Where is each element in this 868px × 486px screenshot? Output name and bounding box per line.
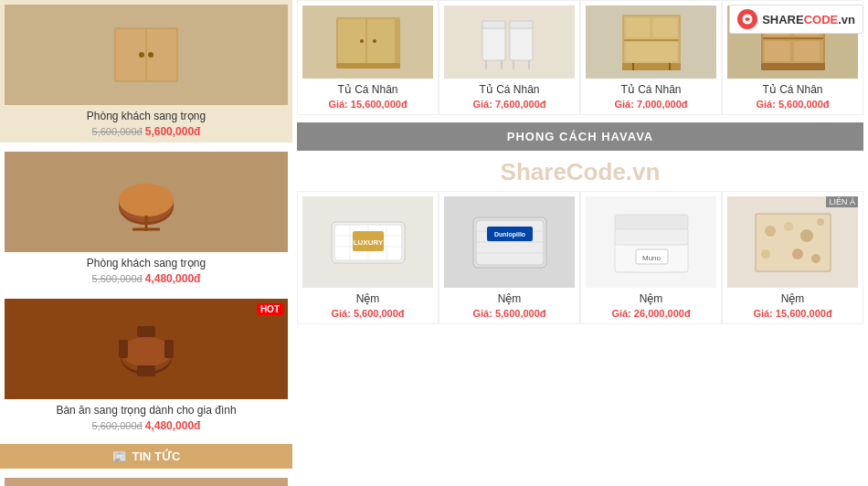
- nem-3-name: Nệm: [586, 292, 716, 305]
- svg-point-29: [373, 39, 376, 43]
- sidebar-product-1-image: [5, 5, 288, 105]
- tu-co-nhan-3-name: Tủ Cá Nhân: [586, 83, 716, 96]
- svg-point-8: [119, 184, 174, 217]
- svg-point-5: [148, 52, 153, 58]
- svg-point-4: [139, 52, 144, 58]
- nem-2[interactable]: Dunlopillo Nệm Giá: 5,600,000đ: [439, 191, 580, 324]
- nem-1-price: Giá: 5,600,000đ: [302, 308, 433, 319]
- nem-4-name: Nệm: [727, 292, 858, 305]
- svg-text:LUXURY: LUXURY: [353, 238, 383, 247]
- svg-rect-32: [482, 21, 505, 28]
- nem-1-name: Nệm: [302, 292, 433, 305]
- svg-point-81: [817, 218, 824, 226]
- main-container: Phòng khách sang trọng 5,600,000đ 5,600,…: [0, 0, 868, 486]
- content-wrapper: Tủ Cá Nhân Giá: 15,600,000đ: [297, 0, 863, 324]
- svg-point-82: [761, 249, 770, 259]
- nem-3-img: Muno: [586, 196, 716, 288]
- sidebar: Phòng khách sang trọng 5,600,000đ 5,600,…: [0, 0, 292, 486]
- nem-4-price: Giá: 15,600,000đ: [727, 308, 858, 319]
- svg-rect-53: [794, 41, 820, 61]
- lien-a-badge: LIÊN Á: [826, 196, 858, 207]
- tu-co-nhan-1[interactable]: Tủ Cá Nhân Giá: 15,600,000đ: [297, 0, 439, 115]
- nem-2-price: Giá: 5,600,000đ: [444, 308, 575, 319]
- svg-rect-31: [510, 24, 533, 60]
- sidebar-product-3[interactable]: HOT Bàn ăn sang trọng dành cho gia đình …: [0, 294, 292, 437]
- sidebar-product-2-image: [5, 152, 288, 252]
- svg-rect-52: [765, 41, 790, 61]
- nem-4[interactable]: LIÊN Á Nệm Giá: 15,600,000đ: [722, 191, 863, 324]
- tu-co-nhan-1-img: [302, 5, 433, 79]
- svg-rect-41: [626, 18, 650, 37]
- tu-co-nhan-1-price: Giá: 15,600,000đ: [302, 99, 433, 110]
- svg-point-28: [360, 39, 364, 43]
- sidebar-product-2-title: Phòng khách sang trọng: [5, 257, 288, 269]
- svg-point-83: [792, 248, 803, 259]
- logo-text: SHARECODE.vn: [762, 13, 855, 26]
- section-havava: PHONG CÁCH HAVAVA: [297, 122, 863, 151]
- svg-rect-26: [367, 19, 395, 63]
- nem-1[interactable]: LUXURY Nệm Giá: 5,600,000đ: [297, 191, 439, 324]
- tu-co-nhan-2[interactable]: Tủ Cá Nhân Giá: 7,600,000đ: [439, 0, 580, 115]
- tin-tuc-header: 📰 TIN TỨC: [0, 444, 292, 469]
- news-icon: 📰: [112, 449, 127, 463]
- svg-rect-27: [336, 63, 400, 69]
- svg-rect-17: [137, 365, 155, 376]
- nem-grid: LUXURY Nệm Giá: 5,600,000đ: [297, 191, 863, 324]
- svg-point-80: [800, 229, 813, 242]
- logo: SHARECODE.vn: [729, 5, 863, 34]
- logo-icon: [737, 9, 757, 29]
- nem-2-name: Nệm: [444, 292, 575, 305]
- tu-co-nhan-4-name: Tủ Cá Nhân: [727, 83, 858, 96]
- svg-rect-16: [137, 326, 155, 337]
- svg-point-84: [811, 254, 820, 263]
- tin-tuc-image: ShareCode.vn: [5, 478, 288, 486]
- sidebar-product-2[interactable]: Phòng khách sang trọng 5,600,000đ 4,480,…: [0, 147, 292, 290]
- nem-4-img: LIÊN Á: [727, 196, 858, 288]
- svg-point-13: [121, 337, 172, 366]
- tin-tuc-section: ShareCode.vn Nghệ nhân đục tượng Quan Vâ…: [0, 473, 292, 486]
- sidebar-product-3-price: 5,600,000đ 4,480,000đ: [5, 419, 288, 432]
- tu-co-nhan-1-name: Tủ Cá Nhân: [302, 83, 433, 96]
- svg-rect-44: [622, 63, 681, 70]
- watermark-main: ShareCode.vn: [297, 158, 863, 186]
- nem-1-img: LUXURY: [302, 196, 433, 288]
- sidebar-product-2-price: 5,600,000đ 4,480,000đ: [5, 272, 288, 285]
- svg-text:Muno: Muno: [641, 254, 661, 262]
- tu-co-nhan-2-price: Giá: 7,600,000đ: [444, 99, 575, 110]
- svg-rect-73: [615, 215, 688, 229]
- svg-text:Dunlopillo: Dunlopillo: [493, 231, 524, 238]
- svg-point-79: [784, 222, 793, 231]
- tu-co-nhan-3-img: [586, 5, 716, 79]
- sidebar-product-3-img-wrap: HOT: [5, 299, 288, 399]
- sidebar-product-3-image: [5, 299, 288, 399]
- tu-co-nhan-2-img: [444, 5, 575, 79]
- hot-badge-3: HOT: [257, 303, 283, 315]
- sidebar-product-1-price: 5,600,000đ 5,600,000đ: [5, 125, 288, 138]
- tu-co-nhan-3[interactable]: Tủ Cá Nhân Giá: 7,000,000đ: [580, 0, 722, 115]
- nem-2-img: Dunlopillo: [444, 196, 575, 288]
- sidebar-product-1-title: Phòng khách sang trọng: [5, 110, 288, 122]
- svg-rect-40: [624, 39, 679, 41]
- svg-rect-33: [510, 21, 533, 28]
- main-content: Tủ Cá Nhân Giá: 15,600,000đ: [292, 0, 868, 486]
- svg-rect-49: [763, 37, 823, 39]
- tu-co-nhan-2-name: Tủ Cá Nhân: [444, 83, 575, 96]
- svg-point-78: [765, 226, 776, 237]
- tu-co-nhan-3-price: Giá: 7,000,000đ: [586, 99, 716, 110]
- svg-rect-54: [761, 63, 825, 70]
- sidebar-product-3-title: Bàn ăn sang trọng dành cho gia đình: [5, 404, 288, 417]
- tu-co-nhan-4-price: Giá: 5,600,000đ: [727, 99, 858, 110]
- svg-rect-30: [482, 24, 505, 60]
- svg-rect-14: [119, 340, 128, 358]
- svg-rect-42: [653, 18, 677, 37]
- svg-rect-43: [626, 42, 677, 61]
- svg-rect-15: [164, 340, 174, 358]
- nem-3[interactable]: Muno Nệm Giá: 26,000,000đ: [580, 191, 722, 324]
- tin-tuc-label: TIN TỨC: [132, 449, 181, 463]
- sidebar-product-1[interactable]: Phòng khách sang trọng 5,600,000đ 5,600,…: [0, 0, 292, 143]
- nem-3-price: Giá: 26,000,000đ: [586, 308, 716, 319]
